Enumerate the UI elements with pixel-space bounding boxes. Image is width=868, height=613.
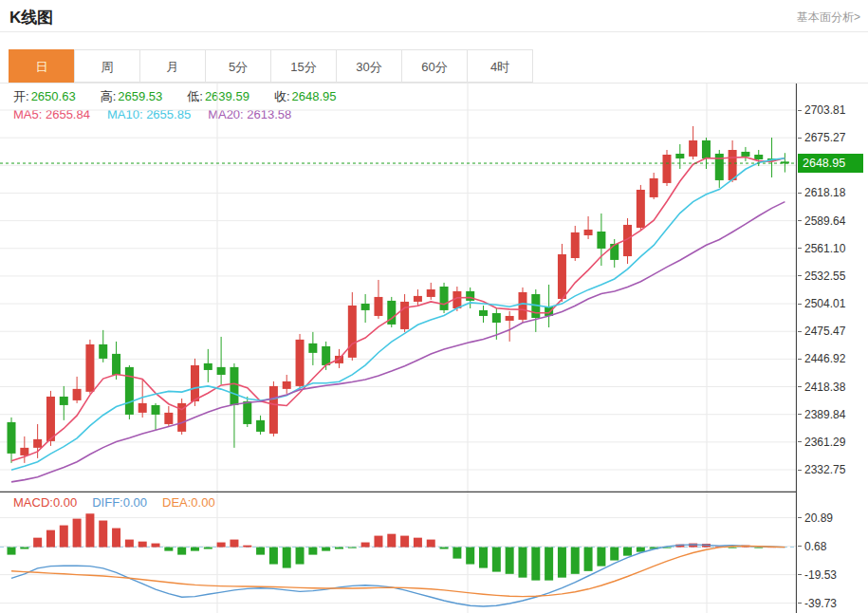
price-axis-tick-12 <box>798 441 802 442</box>
page-title: K线图 <box>9 7 53 28</box>
price-axis-tick-10 <box>798 386 802 387</box>
price-axis-label-0: 2703.81 <box>804 102 845 118</box>
header-divider <box>0 31 868 32</box>
price-axis-label-7: 2504.01 <box>804 296 845 311</box>
macd-axis-label-1: 0.68 <box>804 539 826 554</box>
tab-period-6[interactable]: 60分 <box>401 49 468 83</box>
price-axis-tick-7 <box>798 304 802 305</box>
tab-period-0[interactable]: 日 <box>9 49 75 83</box>
price-axis-tick-3 <box>798 193 802 194</box>
macd-axis-label-3: -39.73 <box>804 596 837 611</box>
price-axis-label-5: 2561.10 <box>804 241 845 256</box>
tab-period-3[interactable]: 5分 <box>205 49 271 83</box>
period-tabbar: 日周月5分15分30分60分4时 <box>9 49 533 83</box>
tab-period-1[interactable]: 周 <box>74 49 140 83</box>
tab-period-4[interactable]: 15分 <box>270 49 337 83</box>
fundamental-analysis-link[interactable]: 基本面分析> <box>797 9 860 26</box>
candlestick-svg <box>0 84 797 492</box>
tab-period-2[interactable]: 月 <box>139 49 206 83</box>
macd-svg <box>0 492 797 613</box>
ma20-line <box>11 202 785 482</box>
macd-axis-label-2: -19.53 <box>804 567 837 583</box>
price-axis-tick-5 <box>798 248 802 249</box>
price-axis-label-12: 2361.29 <box>804 435 845 450</box>
price-axis-tick-6 <box>798 275 802 276</box>
price-axis-tick-9 <box>798 359 802 360</box>
price-axis: 2703.812675.272618.182589.642561.102532.… <box>797 84 868 492</box>
price-axis-tick-11 <box>798 414 802 415</box>
tab-period-5[interactable]: 30分 <box>336 49 402 83</box>
price-axis-label-8: 2475.47 <box>804 324 845 339</box>
current-price-tag: 2648.95 <box>798 154 863 173</box>
ma5-line <box>11 158 785 461</box>
macd-axis-tick-3 <box>798 603 802 604</box>
diff_line <box>11 545 785 606</box>
price-axis-tick-13 <box>798 470 802 471</box>
kline-app: K线图 基本面分析> 日周月5分15分30分60分4时 开:2650.63高:2… <box>0 0 868 613</box>
candlestick-chart[interactable] <box>0 84 797 492</box>
price-axis-tick-8 <box>798 331 802 332</box>
macd-chart[interactable] <box>0 492 797 613</box>
price-axis-label-13: 2332.75 <box>804 462 845 477</box>
price-axis-label-6: 2532.55 <box>804 269 845 284</box>
tab-period-7[interactable]: 4时 <box>467 49 533 83</box>
price-axis-label-1: 2675.27 <box>804 130 845 145</box>
price-axis-label-10: 2418.38 <box>804 380 845 395</box>
macd-axis: 20.890.68-19.53-39.73 <box>797 492 868 613</box>
macd-axis-tick-1 <box>798 546 802 547</box>
price-axis-label-4: 2589.64 <box>804 214 845 229</box>
price-axis-label-11: 2389.84 <box>804 407 845 422</box>
price-axis-label-9: 2446.92 <box>804 351 845 366</box>
price-axis-tick-0 <box>798 110 802 111</box>
macd-axis-tick-2 <box>798 574 802 575</box>
macd-axis-label-0: 20.89 <box>804 511 833 526</box>
price-axis-tick-4 <box>798 220 802 221</box>
price-axis-label-3: 2618.18 <box>804 185 845 200</box>
macd-axis-tick-0 <box>798 517 802 518</box>
price-axis-tick-1 <box>798 138 802 139</box>
